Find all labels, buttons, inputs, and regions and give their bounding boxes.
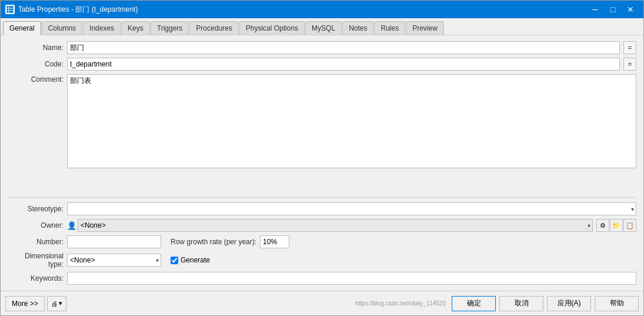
code-row: Code: =: [8, 58, 636, 71]
code-label: Code:: [8, 60, 64, 68]
tab-mysql[interactable]: MySQL: [305, 21, 342, 35]
owner-label: Owner:: [8, 221, 64, 229]
watermark: https://blog.csdn.net/vitaly_114520: [355, 300, 448, 307]
print-dropdown-icon: ▾: [59, 300, 62, 307]
owner-new-button[interactable]: 📋: [623, 219, 636, 232]
owner-buttons: ⚙ 📁 📋: [596, 219, 636, 232]
title-controls: ─ □ ✕: [587, 4, 639, 15]
name-row: Name: =: [8, 41, 636, 54]
keywords-label: Keywords:: [8, 274, 64, 282]
tab-keys[interactable]: Keys: [121, 21, 150, 35]
tab-triggers[interactable]: Triggers: [151, 21, 189, 35]
owner-person-icon: 👤: [67, 221, 76, 230]
tab-columns[interactable]: Columns: [42, 21, 82, 35]
table-properties-window: Table Properties - 部门 (t_department) ─ □…: [0, 0, 644, 316]
growth-rate-input[interactable]: [260, 235, 289, 248]
minimize-button[interactable]: ─: [587, 4, 603, 15]
maximize-button[interactable]: □: [605, 4, 621, 15]
owner-properties-button[interactable]: ⚙: [596, 219, 609, 232]
name-input[interactable]: [67, 41, 620, 54]
footer-left: More >> 🖨 ▾: [5, 296, 66, 311]
dimensional-type-select-wrapper: <None> ▾: [67, 254, 161, 267]
footer: More >> 🖨 ▾ https://blog.csdn.net/vitaly…: [1, 291, 643, 315]
generate-checkbox-wrapper: Generate: [171, 256, 210, 264]
dimensional-type-select[interactable]: <None>: [67, 254, 161, 267]
tab-general[interactable]: General: [3, 21, 41, 35]
svg-rect-0: [6, 6, 14, 13]
growth-rate-label: Row growth rate (per year):: [171, 238, 256, 246]
content-area: Name: = Code: = Comment: 部门表 Stereotype:…: [1, 35, 643, 291]
name-ellipsis-button[interactable]: =: [623, 41, 636, 54]
stereotype-label: Stereotype:: [8, 205, 64, 213]
more-button[interactable]: More >>: [5, 296, 45, 311]
print-button[interactable]: 🖨 ▾: [47, 296, 66, 311]
owner-select-wrapper: 👤 <None> ▾: [67, 219, 593, 232]
keywords-row: Keywords:: [8, 272, 636, 285]
comment-textarea[interactable]: 部门表: [67, 74, 636, 168]
comment-row: Comment: 部门表: [8, 74, 636, 192]
name-label: Name:: [8, 44, 64, 52]
keywords-input[interactable]: [67, 272, 636, 285]
code-input[interactable]: [67, 58, 620, 71]
title-bar-left: Table Properties - 部门 (t_department): [5, 5, 138, 15]
stereotype-select[interactable]: [67, 202, 636, 215]
window-title: Table Properties - 部门 (t_department): [18, 5, 138, 15]
dimensional-type-row: Dimensional type: <None> ▾ Generate: [8, 252, 636, 268]
help-button[interactable]: 帮助: [595, 296, 639, 311]
comment-label: Comment:: [8, 74, 64, 84]
cancel-button[interactable]: 取消: [499, 296, 543, 311]
generate-checkbox[interactable]: [171, 257, 178, 264]
print-icon: 🖨: [51, 300, 58, 307]
number-row: Number: Row growth rate (per year):: [8, 235, 636, 248]
number-input[interactable]: [67, 235, 161, 248]
tab-preview[interactable]: Preview: [406, 21, 444, 35]
table-icon: [5, 5, 15, 14]
code-ellipsis-button[interactable]: =: [623, 58, 636, 71]
ok-button[interactable]: 确定: [452, 296, 496, 311]
generate-label[interactable]: Generate: [181, 256, 210, 264]
tab-indexes[interactable]: Indexes: [83, 21, 121, 35]
tab-rules[interactable]: Rules: [374, 21, 405, 35]
owner-select[interactable]: <None>: [78, 219, 593, 232]
more-label: More >>: [12, 300, 38, 308]
stereotype-select-wrapper: ▾: [67, 202, 636, 215]
tab-physical-options[interactable]: Physical Options: [239, 21, 305, 35]
dimensional-type-label: Dimensional type:: [8, 252, 64, 268]
owner-browse-button[interactable]: 📁: [610, 219, 623, 232]
stereotype-row: Stereotype: ▾: [8, 202, 636, 215]
tab-bar: General Columns Indexes Keys Triggers Pr…: [1, 18, 643, 35]
owner-row: Owner: 👤 <None> ▾ ⚙ 📁 📋: [8, 219, 636, 232]
number-label: Number:: [8, 238, 64, 246]
close-button[interactable]: ✕: [622, 4, 639, 15]
separator-1: [8, 197, 636, 198]
tab-notes[interactable]: Notes: [342, 21, 373, 35]
footer-right: https://blog.csdn.net/vitaly_114520 确定 取…: [355, 296, 639, 311]
tab-procedures[interactable]: Procedures: [189, 21, 238, 35]
title-bar: Table Properties - 部门 (t_department) ─ □…: [1, 1, 643, 18]
apply-button[interactable]: 应用(A): [547, 296, 591, 311]
